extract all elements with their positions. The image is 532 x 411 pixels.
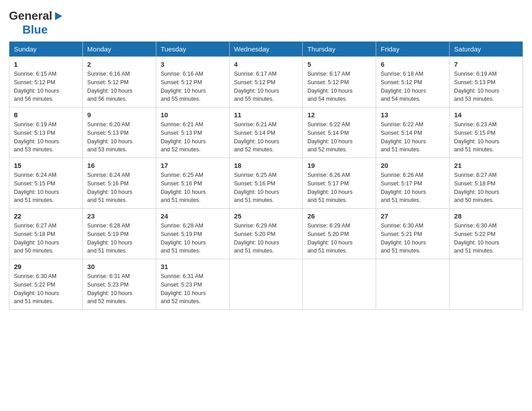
weekday-header-monday: Monday	[82, 42, 156, 57]
day-info: Sunrise: 6:25 AM Sunset: 5:16 PM Dayligh…	[234, 171, 298, 205]
day-info: Sunrise: 6:16 AM Sunset: 5:12 PM Dayligh…	[161, 70, 225, 103]
page-header: General Blue	[9, 9, 523, 37]
calendar-week-row: 29 Sunrise: 6:30 AM Sunset: 5:22 PM Dayl…	[9, 259, 523, 310]
calendar-cell	[376, 259, 450, 310]
calendar-cell: 17 Sunrise: 6:25 AM Sunset: 5:16 PM Dayl…	[156, 158, 229, 209]
weekday-header-friday: Friday	[376, 42, 450, 57]
day-number: 17	[161, 162, 225, 169]
calendar-cell: 3 Sunrise: 6:16 AM Sunset: 5:12 PM Dayli…	[156, 57, 229, 107]
day-number: 14	[454, 111, 518, 119]
day-info: Sunrise: 6:23 AM Sunset: 5:15 PM Dayligh…	[454, 120, 518, 154]
calendar-week-row: 1 Sunrise: 6:15 AM Sunset: 5:12 PM Dayli…	[9, 57, 523, 107]
calendar-cell: 6 Sunrise: 6:18 AM Sunset: 5:12 PM Dayli…	[376, 57, 450, 107]
calendar-cell: 2 Sunrise: 6:16 AM Sunset: 5:12 PM Dayli…	[82, 57, 156, 107]
calendar-cell: 18 Sunrise: 6:25 AM Sunset: 5:16 PM Dayl…	[229, 158, 303, 209]
calendar-table: SundayMondayTuesdayWednesdayThursdayFrid…	[9, 41, 523, 310]
day-info: Sunrise: 6:22 AM Sunset: 5:14 PM Dayligh…	[381, 120, 445, 154]
logo: General Blue	[9, 9, 63, 37]
day-info: Sunrise: 6:17 AM Sunset: 5:12 PM Dayligh…	[307, 70, 371, 103]
day-number: 21	[454, 162, 518, 169]
day-number: 25	[234, 212, 298, 220]
day-number: 7	[454, 60, 518, 68]
calendar-cell: 24 Sunrise: 6:28 AM Sunset: 5:19 PM Dayl…	[156, 209, 229, 259]
day-info: Sunrise: 6:27 AM Sunset: 5:18 PM Dayligh…	[454, 171, 518, 205]
day-info: Sunrise: 6:20 AM Sunset: 5:13 PM Dayligh…	[87, 120, 151, 154]
day-number: 18	[234, 162, 298, 169]
day-number: 10	[161, 111, 225, 119]
day-info: Sunrise: 6:16 AM Sunset: 5:12 PM Dayligh…	[87, 70, 151, 103]
day-number: 27	[381, 212, 445, 220]
calendar-cell: 26 Sunrise: 6:29 AM Sunset: 5:20 PM Dayl…	[303, 209, 376, 259]
day-info: Sunrise: 6:30 AM Sunset: 5:22 PM Dayligh…	[454, 222, 518, 255]
day-info: Sunrise: 6:29 AM Sunset: 5:20 PM Dayligh…	[307, 222, 371, 255]
weekday-header-thursday: Thursday	[303, 42, 376, 57]
day-info: Sunrise: 6:18 AM Sunset: 5:12 PM Dayligh…	[381, 70, 445, 103]
calendar-cell: 22 Sunrise: 6:27 AM Sunset: 5:18 PM Dayl…	[9, 209, 83, 259]
day-info: Sunrise: 6:25 AM Sunset: 5:16 PM Dayligh…	[161, 171, 225, 205]
day-number: 28	[454, 212, 518, 220]
day-info: Sunrise: 6:27 AM Sunset: 5:18 PM Dayligh…	[14, 222, 78, 255]
day-number: 16	[87, 162, 151, 169]
day-number: 8	[14, 111, 78, 119]
day-number: 11	[234, 111, 298, 119]
calendar-cell: 1 Sunrise: 6:15 AM Sunset: 5:12 PM Dayli…	[9, 57, 83, 107]
day-number: 22	[14, 212, 78, 220]
day-number: 19	[307, 162, 371, 169]
calendar-cell: 9 Sunrise: 6:20 AM Sunset: 5:13 PM Dayli…	[82, 107, 156, 158]
day-number: 5	[307, 60, 371, 68]
day-number: 20	[381, 162, 445, 169]
day-info: Sunrise: 6:19 AM Sunset: 5:13 PM Dayligh…	[454, 70, 518, 103]
day-number: 26	[307, 212, 371, 220]
day-info: Sunrise: 6:26 AM Sunset: 5:17 PM Dayligh…	[381, 171, 445, 205]
day-number: 3	[161, 60, 225, 68]
day-info: Sunrise: 6:30 AM Sunset: 5:21 PM Dayligh…	[381, 222, 445, 255]
calendar-cell: 31 Sunrise: 6:31 AM Sunset: 5:23 PM Dayl…	[156, 259, 229, 310]
day-info: Sunrise: 6:31 AM Sunset: 5:23 PM Dayligh…	[87, 272, 151, 306]
day-number: 29	[14, 263, 78, 270]
calendar-cell: 28 Sunrise: 6:30 AM Sunset: 5:22 PM Dayl…	[450, 209, 523, 259]
calendar-cell: 16 Sunrise: 6:24 AM Sunset: 5:16 PM Dayl…	[82, 158, 156, 209]
day-info: Sunrise: 6:24 AM Sunset: 5:15 PM Dayligh…	[14, 171, 78, 205]
weekday-header-sunday: Sunday	[9, 42, 83, 57]
calendar-cell: 5 Sunrise: 6:17 AM Sunset: 5:12 PM Dayli…	[303, 57, 376, 107]
day-info: Sunrise: 6:28 AM Sunset: 5:19 PM Dayligh…	[87, 222, 151, 255]
calendar-cell: 30 Sunrise: 6:31 AM Sunset: 5:23 PM Dayl…	[82, 259, 156, 310]
weekday-header-tuesday: Tuesday	[156, 42, 229, 57]
day-info: Sunrise: 6:19 AM Sunset: 5:13 PM Dayligh…	[14, 120, 78, 154]
day-info: Sunrise: 6:24 AM Sunset: 5:16 PM Dayligh…	[87, 171, 151, 205]
calendar-cell	[303, 259, 376, 310]
day-number: 13	[381, 111, 445, 119]
calendar-cell: 4 Sunrise: 6:17 AM Sunset: 5:12 PM Dayli…	[229, 57, 303, 107]
day-number: 6	[381, 60, 445, 68]
calendar-header-row: SundayMondayTuesdayWednesdayThursdayFrid…	[9, 42, 523, 57]
calendar-week-row: 15 Sunrise: 6:24 AM Sunset: 5:15 PM Dayl…	[9, 158, 523, 209]
day-number: 1	[14, 60, 78, 68]
weekday-header-saturday: Saturday	[450, 42, 523, 57]
day-info: Sunrise: 6:29 AM Sunset: 5:20 PM Dayligh…	[234, 222, 298, 255]
calendar-cell: 21 Sunrise: 6:27 AM Sunset: 5:18 PM Dayl…	[450, 158, 523, 209]
calendar-week-row: 22 Sunrise: 6:27 AM Sunset: 5:18 PM Dayl…	[9, 209, 523, 259]
day-number: 15	[14, 162, 78, 169]
day-info: Sunrise: 6:30 AM Sunset: 5:22 PM Dayligh…	[14, 272, 78, 306]
calendar-cell	[450, 259, 523, 310]
day-number: 9	[87, 111, 151, 119]
logo-general-text: General	[9, 9, 52, 23]
day-number: 31	[161, 263, 225, 270]
logo-blue-text: Blue	[22, 23, 47, 37]
day-info: Sunrise: 6:15 AM Sunset: 5:12 PM Dayligh…	[14, 70, 78, 103]
calendar-cell: 13 Sunrise: 6:22 AM Sunset: 5:14 PM Dayl…	[376, 107, 450, 158]
calendar-cell: 19 Sunrise: 6:26 AM Sunset: 5:17 PM Dayl…	[303, 158, 376, 209]
day-info: Sunrise: 6:21 AM Sunset: 5:14 PM Dayligh…	[234, 120, 298, 154]
day-info: Sunrise: 6:26 AM Sunset: 5:17 PM Dayligh…	[307, 171, 371, 205]
calendar-cell: 10 Sunrise: 6:21 AM Sunset: 5:13 PM Dayl…	[156, 107, 229, 158]
day-number: 30	[87, 263, 151, 270]
day-info: Sunrise: 6:31 AM Sunset: 5:23 PM Dayligh…	[161, 272, 225, 306]
calendar-cell: 25 Sunrise: 6:29 AM Sunset: 5:20 PM Dayl…	[229, 209, 303, 259]
calendar-cell: 20 Sunrise: 6:26 AM Sunset: 5:17 PM Dayl…	[376, 158, 450, 209]
calendar-cell: 23 Sunrise: 6:28 AM Sunset: 5:19 PM Dayl…	[82, 209, 156, 259]
day-info: Sunrise: 6:28 AM Sunset: 5:19 PM Dayligh…	[161, 222, 225, 255]
day-info: Sunrise: 6:21 AM Sunset: 5:13 PM Dayligh…	[161, 120, 225, 154]
day-number: 12	[307, 111, 371, 119]
calendar-week-row: 8 Sunrise: 6:19 AM Sunset: 5:13 PM Dayli…	[9, 107, 523, 158]
calendar-cell: 7 Sunrise: 6:19 AM Sunset: 5:13 PM Dayli…	[450, 57, 523, 107]
